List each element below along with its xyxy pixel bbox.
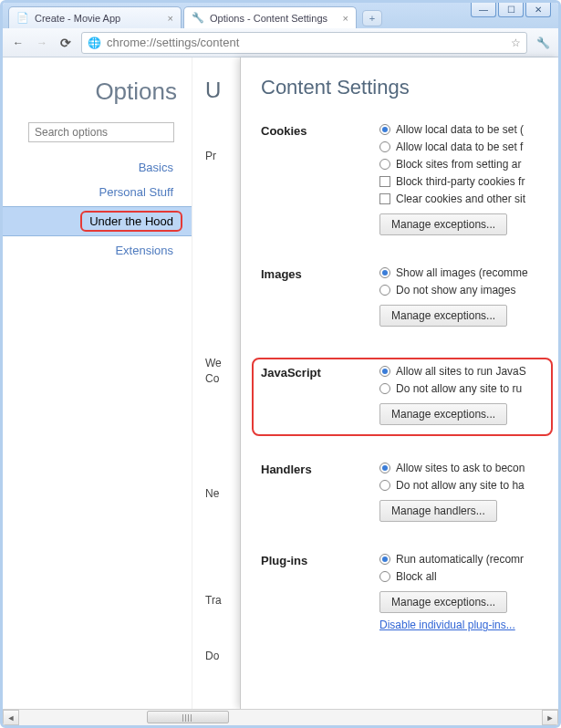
images-block: Images Show all images (recomme Do not s… [261, 266, 558, 327]
reload-button[interactable]: ⟳ [57, 35, 74, 51]
cookies-block: Cookies Allow local data to be set ( All… [261, 123, 558, 235]
option-text: Block third-party cookies fr [396, 175, 525, 188]
toolbar: ← → ⟳ 🌐 chrome://settings/content ☆ 🔧 [3, 28, 558, 57]
tab-title: Create - Movie App [35, 13, 120, 24]
manage-exceptions-button[interactable]: Manage exceptions... [379, 305, 507, 327]
radio-plugins-auto[interactable] [379, 554, 390, 565]
address-bar[interactable]: 🌐 chrome://settings/content ☆ [81, 32, 527, 54]
option-text: Do not show any images [396, 284, 515, 296]
options-sidebar: Options Basics Personal Stuff Under the … [3, 57, 192, 709]
option-text: Allow sites to ask to becon [396, 462, 525, 474]
page-title: Options [21, 78, 182, 106]
wrench-icon: 🔧 [192, 12, 204, 25]
scroll-right-arrow[interactable]: ► [542, 710, 558, 725]
radio-js-block[interactable] [379, 383, 390, 394]
star-icon[interactable]: ☆ [511, 36, 521, 49]
forward-button[interactable]: → [34, 35, 50, 51]
checkbox-clear-on-exit[interactable] [379, 193, 390, 204]
radio-cookies-allow[interactable] [379, 124, 390, 135]
window-controls: — ☐ ✕ [471, 3, 551, 17]
tab-options-content-settings[interactable]: 🔧 Options - Content Settings × [183, 6, 357, 28]
globe-icon: 🌐 [88, 36, 101, 49]
tab-create-movie-app[interactable]: 📄 Create - Movie App × [8, 6, 182, 28]
section-downloads: Do [205, 649, 242, 664]
manage-exceptions-button[interactable]: Manage exceptions... [379, 403, 507, 425]
manage-handlers-button[interactable]: Manage handlers... [379, 500, 497, 522]
section-web-content: We Co [205, 356, 242, 387]
option-text: Show all images (recomme [396, 266, 528, 279]
new-tab-button[interactable]: + [362, 10, 382, 26]
section-network: Ne [205, 486, 242, 502]
close-icon[interactable]: × [343, 13, 348, 24]
content-settings-overlay: Content Settings Cookies Allow local dat… [240, 57, 558, 709]
section-translate: Tra [205, 593, 242, 608]
option-text: Allow local data to be set f [396, 140, 523, 153]
back-button[interactable]: ← [10, 35, 26, 51]
url-text: chrome://settings/content [107, 36, 505, 49]
option-text: Run automatically (recomr [396, 553, 524, 566]
disable-plugins-link[interactable]: Disable individual plug-ins... [379, 619, 515, 631]
checkbox-block-third-party[interactable] [379, 176, 390, 187]
window-minimize[interactable]: — [471, 3, 496, 17]
page-icon: 📄 [16, 12, 29, 25]
window-close[interactable]: ✕ [525, 3, 551, 17]
cookies-label: Cookies [261, 123, 379, 235]
option-text: Do not allow any site to ha [396, 479, 525, 492]
radio-handlers-block[interactable] [379, 480, 390, 491]
option-text: Block sites from setting ar [396, 158, 521, 171]
sidebar-nav: Basics Personal Stuff Under the Hood Ext… [21, 155, 182, 263]
option-text: Do not allow any site to ru [396, 382, 522, 395]
window-maximize[interactable]: ☐ [498, 3, 524, 17]
overlay-title: Content Settings [261, 76, 558, 99]
manage-exceptions-button[interactable]: Manage exceptions... [379, 213, 507, 235]
close-icon[interactable]: × [168, 13, 173, 24]
under-page-column: U Pr We Co Ne Tra Do [192, 57, 242, 709]
javascript-label: JavaScript [261, 365, 379, 425]
option-text: Clear cookies and other sit [396, 192, 525, 205]
radio-images-block[interactable] [379, 285, 390, 296]
radio-cookies-allow-session[interactable] [379, 141, 390, 152]
search-input[interactable] [28, 122, 174, 142]
radio-images-show[interactable] [379, 267, 390, 278]
under-page-title: U [205, 78, 242, 103]
scroll-track[interactable] [19, 710, 542, 725]
images-label: Images [261, 266, 379, 327]
sidebar-item-personal-stuff[interactable]: Personal Stuff [21, 180, 182, 204]
plugins-label: Plug-ins [261, 553, 379, 631]
scroll-thumb[interactable] [147, 711, 229, 723]
sidebar-item-under-the-hood[interactable]: Under the Hood [3, 206, 192, 236]
sidebar-item-label: Under the Hood [80, 211, 182, 232]
plugins-block: Plug-ins Run automatically (recomr Block… [261, 553, 558, 631]
manage-exceptions-button[interactable]: Manage exceptions... [379, 591, 507, 613]
handlers-block: Handlers Allow sites to ask to becon Do … [261, 462, 558, 522]
horizontal-scrollbar[interactable]: ◄ ► [3, 709, 558, 725]
radio-cookies-block[interactable] [379, 159, 390, 170]
radio-handlers-allow[interactable] [379, 463, 390, 473]
handlers-label: Handlers [261, 462, 379, 522]
radio-plugins-block[interactable] [379, 571, 390, 582]
scroll-left-arrow[interactable]: ◄ [3, 710, 19, 725]
javascript-block: JavaScript Allow all sites to run JavaS … [252, 358, 553, 436]
option-text: Allow all sites to run JavaS [396, 365, 526, 378]
sidebar-item-extensions[interactable]: Extensions [21, 238, 182, 263]
option-text: Block all [396, 570, 437, 583]
option-text: Allow local data to be set ( [396, 123, 524, 136]
section-privacy: Pr [205, 149, 242, 164]
radio-js-allow[interactable] [379, 366, 390, 377]
wrench-menu[interactable]: 🔧 [535, 35, 551, 51]
tab-title: Options - Content Settings [210, 13, 327, 24]
main-content: Options Basics Personal Stuff Under the … [3, 57, 558, 709]
sidebar-item-basics[interactable]: Basics [21, 155, 182, 180]
